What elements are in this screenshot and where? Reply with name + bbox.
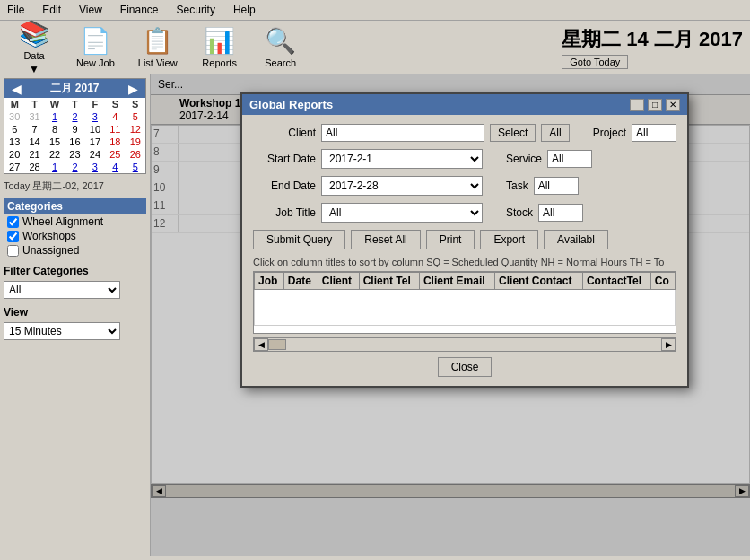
- results-column-header[interactable]: Client Contact: [495, 273, 583, 290]
- cal-prev-button[interactable]: ◀: [8, 82, 25, 96]
- stock-input[interactable]: [538, 204, 583, 222]
- cal-day[interactable]: 11: [105, 123, 125, 136]
- task-input[interactable]: [534, 177, 579, 195]
- results-column-header[interactable]: Job: [255, 273, 284, 290]
- cal-day[interactable]: 5: [126, 161, 145, 173]
- cal-day[interactable]: 18: [105, 136, 125, 148]
- export-button[interactable]: Export: [480, 230, 538, 249]
- menu-finance[interactable]: Finance: [117, 2, 162, 18]
- cal-day[interactable]: 1: [45, 110, 65, 123]
- cal-day[interactable]: 23: [65, 148, 84, 161]
- reports-icon: 📊: [204, 26, 235, 56]
- action-buttons-row: Submit Query Reset All Print Export Avai…: [253, 230, 676, 249]
- cal-next-button[interactable]: ▶: [125, 82, 142, 96]
- results-column-header[interactable]: Client: [318, 273, 359, 290]
- job-title-select[interactable]: All: [321, 203, 483, 223]
- results-column-header[interactable]: Co: [650, 273, 675, 290]
- cal-day[interactable]: 1: [45, 161, 65, 173]
- cal-day[interactable]: 22: [45, 148, 65, 161]
- start-date-select[interactable]: 2017-2-1: [321, 149, 483, 169]
- cal-day[interactable]: 5: [126, 110, 145, 123]
- reports-button[interactable]: 📊 Reports: [193, 22, 247, 73]
- cal-day[interactable]: 7: [24, 123, 44, 136]
- cal-day[interactable]: 4: [105, 161, 125, 173]
- cal-day[interactable]: 31: [24, 110, 44, 123]
- menubar: File Edit View Finance Security Help: [0, 0, 750, 21]
- result-row-empty: [255, 290, 676, 326]
- data-button[interactable]: 📚 Data ▼: [7, 14, 61, 80]
- dialog-maximize-button[interactable]: □: [648, 99, 662, 111]
- results-scrollbar[interactable]: ◀ ▶: [253, 337, 676, 352]
- project-input[interactable]: [632, 124, 676, 142]
- client-row: Client Select All Project: [253, 124, 676, 142]
- cal-day[interactable]: 8: [45, 123, 65, 136]
- view-select[interactable]: 15 Minutes 30 Minutes 1 Hour: [4, 322, 120, 340]
- data-label: Data: [23, 50, 44, 61]
- today-label: Today 星期二-02, 2017: [4, 178, 146, 195]
- list-view-button[interactable]: 📋 List View: [130, 22, 186, 73]
- cal-day[interactable]: 14: [24, 136, 44, 148]
- search-button[interactable]: 🔍 Search: [254, 22, 308, 73]
- cal-day[interactable]: 28: [24, 161, 44, 173]
- select-button[interactable]: Select: [490, 124, 536, 142]
- end-date-select[interactable]: 2017-2-28: [321, 176, 483, 196]
- cal-day[interactable]: 30: [4, 110, 24, 123]
- results-column-header[interactable]: Client Tel: [359, 273, 419, 290]
- filter-select[interactable]: All: [4, 281, 120, 299]
- list-view-icon: 📋: [142, 26, 173, 56]
- cal-header-s2: S: [126, 98, 145, 110]
- print-button[interactable]: Print: [426, 230, 475, 249]
- cal-day[interactable]: 6: [4, 123, 24, 136]
- category-item: Workshops: [4, 229, 146, 243]
- cal-day[interactable]: 3: [85, 110, 105, 123]
- close-button[interactable]: Close: [438, 357, 493, 377]
- available-button[interactable]: Availabl: [544, 230, 608, 249]
- menu-help[interactable]: Help: [230, 2, 259, 18]
- dialog-close-button[interactable]: ✕: [666, 99, 680, 111]
- cal-day[interactable]: 20: [4, 148, 24, 161]
- cal-day[interactable]: 21: [24, 148, 44, 161]
- all-client-button[interactable]: All: [541, 124, 569, 142]
- scroll-right[interactable]: ▶: [661, 338, 676, 351]
- service-input[interactable]: [547, 150, 592, 168]
- cal-day[interactable]: 2: [65, 161, 84, 173]
- cal-day[interactable]: 10: [85, 123, 105, 136]
- menu-view[interactable]: View: [75, 2, 106, 18]
- client-input[interactable]: [321, 124, 484, 142]
- category-checkbox[interactable]: [7, 216, 19, 228]
- results-column-header[interactable]: ContactTel: [582, 273, 650, 290]
- view-label: View: [4, 304, 146, 320]
- cal-day[interactable]: 27: [4, 161, 24, 173]
- scroll-left[interactable]: ◀: [254, 338, 268, 351]
- cal-day[interactable]: 4: [105, 110, 125, 123]
- end-date-label: End Date: [253, 179, 316, 192]
- cal-day[interactable]: 3: [85, 161, 105, 173]
- cal-day[interactable]: 15: [45, 136, 65, 148]
- menu-security[interactable]: Security: [173, 2, 219, 18]
- submit-query-button[interactable]: Submit Query: [253, 230, 345, 249]
- cal-day[interactable]: 2: [65, 110, 84, 123]
- cal-header-t2: T: [65, 98, 84, 110]
- cal-day[interactable]: 16: [65, 136, 84, 148]
- goto-today-button[interactable]: Goto Today: [562, 55, 628, 69]
- results-area[interactable]: JobDateClientClient TelClient EmailClien…: [253, 271, 676, 334]
- new-job-button[interactable]: 📄 New Job: [68, 22, 123, 73]
- cal-day[interactable]: 13: [4, 136, 24, 148]
- cal-day[interactable]: 17: [85, 136, 105, 148]
- cal-day[interactable]: 12: [126, 123, 145, 136]
- cal-day[interactable]: 26: [126, 148, 145, 161]
- category-checkbox[interactable]: [7, 231, 19, 242]
- scroll-thumb[interactable]: [268, 339, 286, 350]
- cal-day[interactable]: 25: [105, 148, 125, 161]
- categories-header[interactable]: Categories: [4, 198, 146, 214]
- current-date: 星期二 14 二月 2017: [562, 28, 743, 50]
- cal-day[interactable]: 9: [65, 123, 84, 136]
- cal-day[interactable]: 19: [126, 136, 145, 148]
- dialog-minimize-button[interactable]: _: [630, 99, 644, 111]
- results-column-header[interactable]: Date: [283, 273, 318, 290]
- reset-all-button[interactable]: Reset All: [351, 230, 420, 249]
- category-checkbox[interactable]: [7, 245, 19, 257]
- results-column-header[interactable]: Client Email: [419, 273, 494, 290]
- cal-day[interactable]: 24: [85, 148, 105, 161]
- category-list: Wheel AlignmentWorkshopsUnassigned: [4, 214, 146, 258]
